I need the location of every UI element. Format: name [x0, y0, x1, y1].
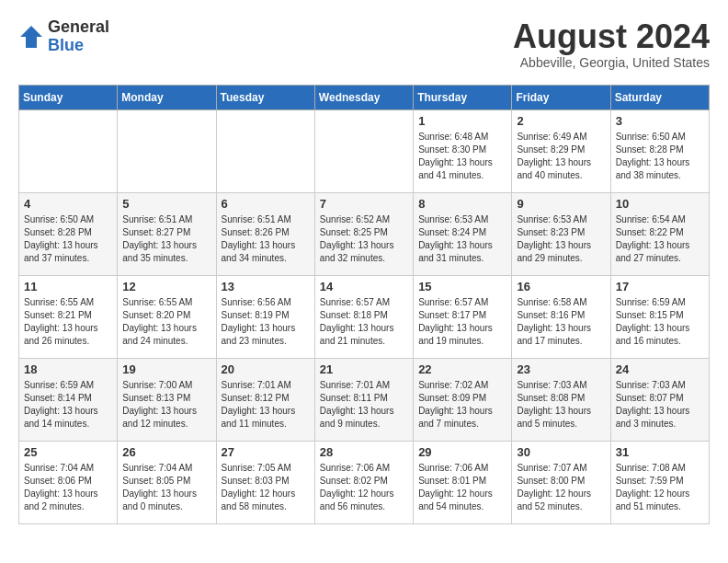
day-number: 12	[122, 280, 210, 293]
day-number: 17	[616, 280, 704, 293]
day-cell: 30Sunrise: 7:07 AM Sunset: 8:00 PM Dayli…	[512, 441, 610, 523]
day-number: 9	[517, 197, 605, 211]
day-detail: Sunrise: 7:06 AM Sunset: 8:01 PM Dayligh…	[418, 462, 506, 513]
day-cell: 5Sunrise: 6:51 AM Sunset: 8:27 PM Daylig…	[118, 192, 216, 275]
day-cell: 2Sunrise: 6:49 AM Sunset: 8:29 PM Daylig…	[512, 109, 610, 192]
week-row-5: 25Sunrise: 7:04 AM Sunset: 8:06 PM Dayli…	[19, 441, 710, 523]
day-cell: 9Sunrise: 6:53 AM Sunset: 8:23 PM Daylig…	[512, 192, 610, 275]
week-row-3: 11Sunrise: 6:55 AM Sunset: 8:21 PM Dayli…	[19, 275, 710, 358]
day-number: 3	[616, 114, 704, 128]
day-cell: 14Sunrise: 6:57 AM Sunset: 8:18 PM Dayli…	[314, 275, 413, 358]
day-detail: Sunrise: 6:53 AM Sunset: 8:23 PM Dayligh…	[517, 213, 605, 265]
calendar-body: 1Sunrise: 6:48 AM Sunset: 8:30 PM Daylig…	[19, 109, 710, 523]
week-row-2: 4Sunrise: 6:50 AM Sunset: 8:28 PM Daylig…	[19, 192, 710, 275]
day-cell: 1Sunrise: 6:48 AM Sunset: 8:30 PM Daylig…	[414, 109, 512, 192]
day-detail: Sunrise: 7:01 AM Sunset: 8:12 PM Dayligh…	[222, 379, 310, 431]
day-detail: Sunrise: 6:51 AM Sunset: 8:27 PM Dayligh…	[122, 213, 210, 265]
day-number: 1	[418, 114, 506, 128]
day-detail: Sunrise: 7:05 AM Sunset: 8:03 PM Dayligh…	[222, 462, 310, 513]
day-detail: Sunrise: 6:51 AM Sunset: 8:26 PM Dayligh…	[222, 213, 310, 265]
day-cell: 26Sunrise: 7:04 AM Sunset: 8:05 PM Dayli…	[118, 441, 216, 523]
day-detail: Sunrise: 6:50 AM Sunset: 8:28 PM Dayligh…	[24, 213, 112, 265]
day-detail: Sunrise: 7:06 AM Sunset: 8:02 PM Dayligh…	[320, 462, 408, 513]
day-detail: Sunrise: 6:52 AM Sunset: 8:25 PM Dayligh…	[320, 213, 408, 265]
logo-icon	[18, 24, 44, 50]
day-cell: 19Sunrise: 7:00 AM Sunset: 8:13 PM Dayli…	[118, 358, 216, 441]
day-detail: Sunrise: 6:59 AM Sunset: 8:15 PM Dayligh…	[616, 296, 704, 348]
day-number: 24	[616, 362, 704, 376]
day-number: 4	[24, 197, 112, 211]
day-number: 14	[320, 280, 408, 293]
day-detail: Sunrise: 7:07 AM Sunset: 8:00 PM Dayligh…	[517, 462, 605, 513]
day-cell: 21Sunrise: 7:01 AM Sunset: 8:11 PM Dayli…	[314, 358, 413, 441]
day-number: 18	[24, 362, 112, 376]
day-number: 30	[517, 445, 605, 459]
day-detail: Sunrise: 6:59 AM Sunset: 8:14 PM Dayligh…	[24, 379, 112, 431]
day-number: 28	[320, 445, 408, 459]
svg-marker-0	[20, 26, 42, 48]
month-title: August 2024	[513, 18, 710, 55]
col-thursday: Thursday	[414, 85, 512, 109]
logo-blue: Blue	[48, 37, 109, 55]
header-row: Sunday Monday Tuesday Wednesday Thursday…	[19, 85, 710, 109]
day-detail: Sunrise: 7:03 AM Sunset: 8:08 PM Dayligh…	[517, 379, 605, 431]
day-detail: Sunrise: 6:53 AM Sunset: 8:24 PM Dayligh…	[418, 213, 506, 265]
col-wednesday: Wednesday	[314, 85, 413, 109]
day-cell: 22Sunrise: 7:02 AM Sunset: 8:09 PM Dayli…	[414, 358, 512, 441]
day-cell: 13Sunrise: 6:56 AM Sunset: 8:19 PM Dayli…	[216, 275, 314, 358]
day-cell: 6Sunrise: 6:51 AM Sunset: 8:26 PM Daylig…	[216, 192, 314, 275]
logo-general: General	[48, 18, 109, 37]
day-number: 15	[418, 280, 506, 293]
day-cell: 11Sunrise: 6:55 AM Sunset: 8:21 PM Dayli…	[19, 275, 118, 358]
day-number: 20	[222, 362, 310, 376]
day-cell	[19, 109, 118, 192]
page-header: General Blue August 2024 Abbeville, Geor…	[18, 18, 710, 70]
day-number: 29	[418, 445, 506, 459]
day-detail: Sunrise: 6:50 AM Sunset: 8:28 PM Dayligh…	[616, 131, 704, 182]
title-block: August 2024 Abbeville, Georgia, United S…	[513, 18, 710, 70]
day-cell: 3Sunrise: 6:50 AM Sunset: 8:28 PM Daylig…	[610, 109, 709, 192]
day-number: 6	[222, 197, 310, 211]
day-number: 2	[517, 114, 605, 128]
day-cell: 8Sunrise: 6:53 AM Sunset: 8:24 PM Daylig…	[414, 192, 512, 275]
day-detail: Sunrise: 6:56 AM Sunset: 8:19 PM Dayligh…	[222, 296, 310, 348]
day-number: 19	[122, 362, 210, 376]
day-cell: 7Sunrise: 6:52 AM Sunset: 8:25 PM Daylig…	[314, 192, 413, 275]
day-cell: 25Sunrise: 7:04 AM Sunset: 8:06 PM Dayli…	[19, 441, 118, 523]
day-number: 25	[24, 445, 112, 459]
day-cell	[216, 109, 314, 192]
day-detail: Sunrise: 6:58 AM Sunset: 8:16 PM Dayligh…	[517, 296, 605, 348]
day-cell: 20Sunrise: 7:01 AM Sunset: 8:12 PM Dayli…	[216, 358, 314, 441]
day-detail: Sunrise: 7:08 AM Sunset: 7:59 PM Dayligh…	[616, 462, 704, 513]
day-cell	[314, 109, 413, 192]
day-cell: 17Sunrise: 6:59 AM Sunset: 8:15 PM Dayli…	[610, 275, 709, 358]
day-detail: Sunrise: 6:55 AM Sunset: 8:20 PM Dayligh…	[122, 296, 210, 348]
day-cell: 18Sunrise: 6:59 AM Sunset: 8:14 PM Dayli…	[19, 358, 118, 441]
logo: General Blue	[18, 18, 109, 55]
col-friday: Friday	[512, 85, 610, 109]
day-cell: 10Sunrise: 6:54 AM Sunset: 8:22 PM Dayli…	[610, 192, 709, 275]
day-number: 31	[616, 445, 704, 459]
day-cell: 24Sunrise: 7:03 AM Sunset: 8:07 PM Dayli…	[610, 358, 709, 441]
location: Abbeville, Georgia, United States	[513, 55, 710, 70]
day-cell: 16Sunrise: 6:58 AM Sunset: 8:16 PM Dayli…	[512, 275, 610, 358]
day-cell: 29Sunrise: 7:06 AM Sunset: 8:01 PM Dayli…	[414, 441, 512, 523]
day-number: 16	[517, 280, 605, 293]
day-number: 22	[418, 362, 506, 376]
day-number: 26	[122, 445, 210, 459]
day-cell: 28Sunrise: 7:06 AM Sunset: 8:02 PM Dayli…	[314, 441, 413, 523]
day-detail: Sunrise: 6:54 AM Sunset: 8:22 PM Dayligh…	[616, 213, 704, 265]
day-detail: Sunrise: 7:04 AM Sunset: 8:05 PM Dayligh…	[122, 462, 210, 513]
week-row-4: 18Sunrise: 6:59 AM Sunset: 8:14 PM Dayli…	[19, 358, 710, 441]
day-number: 7	[320, 197, 408, 211]
calendar-table: Sunday Monday Tuesday Wednesday Thursday…	[18, 85, 710, 524]
day-detail: Sunrise: 7:02 AM Sunset: 8:09 PM Dayligh…	[418, 379, 506, 431]
day-number: 10	[616, 197, 704, 211]
week-row-1: 1Sunrise: 6:48 AM Sunset: 8:30 PM Daylig…	[19, 109, 710, 192]
day-cell: 31Sunrise: 7:08 AM Sunset: 7:59 PM Dayli…	[610, 441, 709, 523]
day-number: 23	[517, 362, 605, 376]
day-cell: 23Sunrise: 7:03 AM Sunset: 8:08 PM Dayli…	[512, 358, 610, 441]
col-monday: Monday	[118, 85, 216, 109]
day-detail: Sunrise: 7:00 AM Sunset: 8:13 PM Dayligh…	[122, 379, 210, 431]
day-detail: Sunrise: 7:03 AM Sunset: 8:07 PM Dayligh…	[616, 379, 704, 431]
